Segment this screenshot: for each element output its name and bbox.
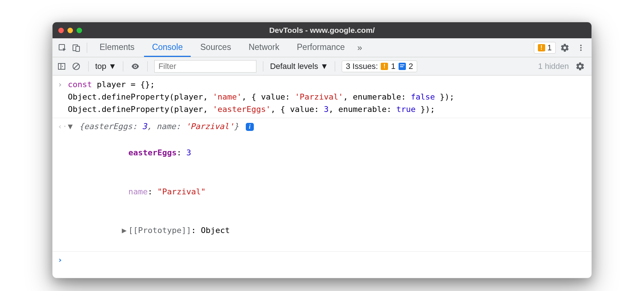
settings-icon[interactable] xyxy=(557,43,573,53)
chevron-down-icon: ▼ xyxy=(109,62,117,71)
context-selector[interactable]: top ▼ xyxy=(95,62,116,71)
warning-count: 1 xyxy=(547,43,552,53)
console-sidebar-toggle-icon[interactable] xyxy=(56,61,67,72)
console-body: › const player = {}; Object.defineProper… xyxy=(53,75,591,278)
separator xyxy=(53,251,591,252)
warnings-badge[interactable]: ! 1 xyxy=(534,42,556,54)
tab-elements[interactable]: Elements xyxy=(92,38,143,57)
separator xyxy=(335,61,335,71)
object-property-row: name: "Parzival" xyxy=(53,172,591,211)
svg-point-5 xyxy=(580,49,582,51)
object-summary[interactable]: ▼ {easterEggs: 3, name: 'Parzival'} i xyxy=(68,120,254,133)
tab-console[interactable]: Console xyxy=(144,38,191,57)
console-settings-icon[interactable] xyxy=(573,62,588,71)
console-result-row: ‹· ▼ {easterEggs: 3, name: 'Parzival'} i xyxy=(53,120,591,133)
levels-label: Default levels xyxy=(270,62,318,71)
separator xyxy=(88,61,89,71)
issues-button[interactable]: 3 Issues: ! 1 2 xyxy=(342,61,417,72)
device-toolbar-icon[interactable] xyxy=(70,42,82,54)
context-label: top xyxy=(95,62,106,71)
tab-performance[interactable]: Performance xyxy=(289,38,353,57)
svg-point-3 xyxy=(580,44,582,46)
prototype-value: Object xyxy=(201,226,230,235)
chevron-down-icon: ▼ xyxy=(320,62,328,71)
titlebar: DevTools - www.google.com/ xyxy=(53,22,591,38)
inspect-element-icon[interactable] xyxy=(56,42,69,54)
object-property-row: easterEggs: 3 xyxy=(53,133,591,172)
prototype-key[interactable]: [[Prototype]] xyxy=(128,226,191,235)
property-key[interactable]: name xyxy=(128,187,148,196)
separator xyxy=(263,61,263,71)
issues-msg-count: 2 xyxy=(409,62,413,71)
svg-rect-2 xyxy=(76,46,79,51)
object-prototype-row: ▶[[Prototype]]: Object xyxy=(53,211,591,250)
close-window-button[interactable] xyxy=(58,28,64,33)
svg-rect-6 xyxy=(58,63,65,69)
warning-icon: ! xyxy=(538,44,545,51)
svg-point-4 xyxy=(580,47,582,48)
hidden-messages-label[interactable]: 1 hidden xyxy=(538,62,569,71)
issues-warn-count: 1 xyxy=(391,62,395,71)
separator xyxy=(147,61,148,71)
console-input-code[interactable]: const player = {}; Object.defineProperty… xyxy=(68,78,454,116)
warning-icon: ! xyxy=(381,63,388,70)
console-input-row: › const player = {}; Object.defineProper… xyxy=(53,78,591,116)
separator xyxy=(53,118,591,118)
info-icon[interactable]: i xyxy=(246,123,254,131)
issues-label: 3 Issues: xyxy=(346,62,378,71)
kebab-menu-icon[interactable] xyxy=(574,44,588,52)
devtools-window: DevTools - www.google.com/ Elements Cons… xyxy=(52,22,592,278)
minimize-window-button[interactable] xyxy=(67,28,73,33)
tab-sources[interactable]: Sources xyxy=(192,38,239,57)
property-key[interactable]: easterEggs xyxy=(128,148,176,157)
property-value: 3 xyxy=(186,148,191,157)
output-caret-icon: ‹· xyxy=(58,120,68,133)
disclosure-triangle-down-icon[interactable]: ▼ xyxy=(68,120,74,133)
console-prompt-row[interactable]: › xyxy=(53,253,591,267)
disclosure-triangle-right-icon[interactable]: ▶ xyxy=(122,224,128,237)
separator xyxy=(87,43,87,53)
maximize-window-button[interactable] xyxy=(77,28,82,33)
console-toolbar: top ▼ Default levels ▼ 3 Issues: ! 1 2 1… xyxy=(53,57,591,75)
message-icon xyxy=(399,63,406,70)
svg-point-10 xyxy=(135,65,136,67)
window-controls xyxy=(58,28,82,33)
window-title: DevTools - www.google.com/ xyxy=(53,26,591,35)
clear-console-icon[interactable] xyxy=(71,61,82,72)
tab-network[interactable]: Network xyxy=(241,38,287,57)
property-value: "Parzival" xyxy=(157,187,205,196)
svg-line-9 xyxy=(74,64,78,69)
main-tab-strip: Elements Console Sources Network Perform… xyxy=(53,38,591,57)
console-prompt-input[interactable] xyxy=(68,254,73,266)
separator xyxy=(123,61,123,71)
filter-input[interactable] xyxy=(154,60,256,73)
input-caret-icon: › xyxy=(58,78,68,116)
live-expression-icon[interactable] xyxy=(130,61,141,72)
log-levels-selector[interactable]: Default levels ▼ xyxy=(270,62,328,71)
more-tabs-button[interactable]: » xyxy=(354,43,365,53)
prompt-caret-icon: › xyxy=(58,254,68,266)
